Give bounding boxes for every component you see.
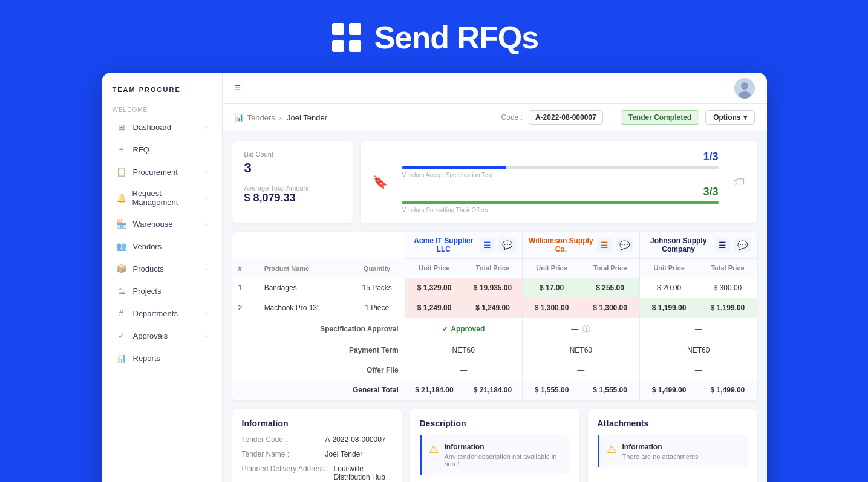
table-row: 1 Bandages 15 Packs $ 1,329.00 $ 19,935.… — [232, 278, 757, 298]
avg-amount-label: Average Total Amount — [244, 184, 341, 192]
svg-rect-1 — [349, 23, 361, 35]
sidebar-item-warehouse[interactable]: 🏪 Warehouse › — [105, 213, 218, 235]
sidebar: TEAM PROCURE WELCOME ⊞ Dashboard › ≡ RFQ… — [102, 73, 223, 482]
status-badge: Tender Completed — [621, 110, 699, 125]
sidebar-item-vendors[interactable]: 👥 Vendors — [105, 235, 218, 257]
bid-count-value: 3 — [244, 160, 341, 176]
code-value: A-2022-08-000007 — [529, 110, 603, 125]
breadcrumb-separator: » — [279, 113, 283, 122]
vendor2-list-button[interactable]: ☰ — [597, 238, 612, 252]
comparison-table: Acme IT Supplier LLC ☰ 💬 Williamson Supp… — [232, 232, 757, 400]
offer-row: Offer File — — — — [232, 360, 757, 380]
vendor2-chat-button[interactable]: 💬 — [616, 238, 633, 252]
row1-v2-total: $ 255.00 — [581, 278, 639, 298]
procurement-icon: 📋 — [116, 166, 127, 177]
hero-section: Send RFQs — [330, 0, 538, 73]
chevron-icon: › — [205, 169, 207, 175]
progress2-desc: Vendors Submitting Their Offers — [402, 207, 719, 213]
attachments-box: ⚠ Information There are no attachments — [598, 435, 748, 467]
tag-icon[interactable]: 🏷 — [733, 175, 745, 189]
sidebar-label-procurement: Procurement — [133, 168, 178, 177]
v1-payment: NET60 — [405, 340, 522, 360]
progress2-bar-fill — [402, 201, 719, 204]
col-v1-total: Total Price — [463, 259, 522, 278]
v2-offer: — — [522, 360, 639, 380]
chevron-icon: › — [205, 221, 207, 227]
col-v2-total: Total Price — [581, 259, 639, 278]
chevron-down-icon: ▾ — [743, 113, 747, 122]
v3-payment: NET60 — [639, 340, 757, 360]
spec-label: Specification Approval — [232, 318, 405, 340]
attachments-title: Attachments — [598, 418, 748, 428]
breadcrumb-icon: 📊 — [235, 113, 244, 122]
info-key-name: Tender Name : — [242, 450, 321, 458]
breadcrumb-current: Joel Tender — [287, 113, 327, 122]
bookmark-icon[interactable]: 🔖 — [373, 175, 388, 189]
app-window: TEAM PROCURE WELCOME ⊞ Dashboard › ≡ RFQ… — [102, 73, 767, 482]
projects-icon: 🗂 — [116, 285, 127, 296]
sidebar-item-reports[interactable]: 📊 Reports — [105, 347, 218, 369]
sidebar-item-products[interactable]: 📦 Products › — [105, 258, 218, 279]
approvals-icon: ✓ — [116, 330, 127, 341]
v1-total-total: $ 21,184.00 — [463, 380, 522, 400]
vendor1-list-button[interactable]: ☰ — [480, 238, 495, 252]
svg-rect-0 — [332, 23, 344, 35]
description-card: Description ⚠ Information Any tender des… — [410, 409, 579, 483]
vendor3-list-button[interactable]: ☰ — [715, 238, 730, 252]
sidebar-item-approvals[interactable]: ✓ Approvals › — [105, 325, 218, 347]
grid-icon — [330, 21, 364, 54]
row2-product: Macbook Pro 13" — [258, 298, 350, 318]
vendor-header-row: Acme IT Supplier LLC ☰ 💬 Williamson Supp… — [232, 232, 757, 259]
options-button[interactable]: Options ▾ — [705, 110, 754, 125]
sidebar-item-request-management[interactable]: 🔔 Request Management › — [105, 183, 218, 212]
row1-v3-unit: $ 20.00 — [639, 278, 698, 298]
sidebar-item-projects[interactable]: 🗂 Projects — [105, 280, 218, 302]
svg-point-6 — [739, 91, 751, 99]
row1-v3-total: $ 300.00 — [698, 278, 757, 298]
row2-v1-total: $ 1,249.00 — [463, 298, 522, 318]
info-key-address: Planned Delivery Address : — [242, 464, 329, 473]
vendor3-chat-button[interactable]: 💬 — [734, 238, 751, 252]
sidebar-label-reports: Reports — [133, 354, 161, 363]
row2-v1-unit: $ 1,249.00 — [405, 298, 463, 318]
info-val-code: A-2022-08-000007 — [325, 435, 386, 444]
warning-icon: ⚠ — [429, 443, 439, 456]
description-box: ⚠ Information Any tender description not… — [420, 435, 570, 475]
col-header-row: # Product Name Quantity Unit Price Total… — [232, 259, 757, 278]
chevron-icon: › — [205, 310, 207, 317]
rfq-icon: ≡ — [116, 144, 127, 155]
row2-v3-total: $ 1,199.00 — [698, 298, 757, 318]
departments-icon: # — [116, 308, 127, 319]
col-qty: Quantity — [350, 259, 405, 278]
breadcrumb-parent[interactable]: Tenders — [247, 113, 275, 122]
col-product: Product Name — [258, 259, 350, 278]
v2-spec: — ⓘ — [522, 318, 639, 340]
sidebar-item-departments[interactable]: # Departments › — [105, 302, 218, 324]
info-sections: Information Tender Code : A-2022-08-0000… — [232, 409, 757, 483]
vendor3-name: Johnson Supply Company ☰ 💬 — [640, 232, 757, 259]
v3-total-unit: $ 1,499.00 — [639, 380, 698, 400]
sidebar-item-dashboard[interactable]: ⊞ Dashboard › — [105, 116, 218, 138]
compare-table: Acme IT Supplier LLC ☰ 💬 Williamson Supp… — [232, 232, 757, 400]
col-v3-total: Total Price — [698, 259, 757, 278]
sidebar-item-procurement[interactable]: 📋 Procurement › — [105, 161, 218, 183]
row2-v3-unit: $ 1,199.00 — [639, 298, 698, 318]
v1-spec: ✓Approved — [405, 318, 522, 340]
sidebar-item-rfq[interactable]: ≡ RFQ — [105, 138, 218, 160]
dashboard-icon: ⊞ — [116, 122, 127, 132]
information-card: Information Tender Code : A-2022-08-0000… — [232, 409, 402, 483]
info-row-code: Tender Code : A-2022-08-000007 — [242, 435, 392, 444]
vendor1-chat-button[interactable]: 💬 — [498, 238, 516, 252]
v1-offer: — — [405, 360, 522, 380]
svg-point-5 — [741, 82, 748, 90]
desc-box-text: Any tender description not available in … — [445, 453, 563, 467]
hamburger-button[interactable]: ≡ — [235, 82, 241, 94]
v2-payment: NET60 — [522, 340, 639, 360]
bid-count-card: Bid Count 3 Average Total Amount $ 8,079… — [232, 141, 353, 223]
avatar[interactable] — [734, 78, 755, 99]
progress1-bar-bg — [402, 166, 719, 169]
sidebar-label-vendors: Vendors — [133, 242, 162, 251]
progress2-bar-bg — [402, 201, 719, 204]
attachments-card: Attachments ⚠ Information There are no a… — [588, 409, 757, 483]
col-num: # — [232, 259, 258, 278]
